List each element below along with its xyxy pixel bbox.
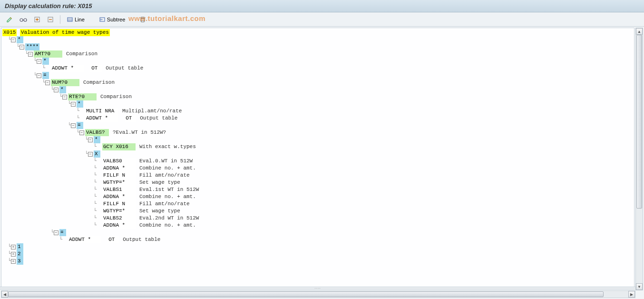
tree-connector: └ [2,79,45,86]
tree-row[interactable]: └−= [2,122,634,129]
tree-row[interactable]: └ADDNA * Combine no. + amt. [2,193,634,200]
scroll-left-button[interactable]: ◀ [1,291,8,298]
tree-row[interactable]: └WGTYP=* Set wage type [2,179,634,186]
tree-row[interactable]: └GCY X016With exact w.types [2,143,634,150]
expand-node-icon[interactable]: + [11,259,16,264]
tree-connector: └ [2,236,62,243]
print-button[interactable] [137,15,148,24]
collapse-node-icon[interactable]: − [71,123,76,128]
root-desc: Valuation of time wage types [20,29,110,36]
tree-row[interactable]: └ADDNA * Combine no. + amt. [2,165,634,172]
tree-row[interactable]: └MULTI NRAMultipl.amt/no/rate [2,108,634,115]
vertical-scrollbar[interactable]: ▲ ▼ [635,28,643,290]
tree-row[interactable]: └ADDWT * OTOutput table [2,65,634,72]
tree-row[interactable]: └−X [2,150,634,158]
tree-row[interactable]: └−* [2,136,634,143]
node-code: ADDWT * [68,236,101,243]
subtree-label: Subtree [107,17,126,22]
node-code: * [94,136,100,143]
node-desc: With exact w.types [136,143,196,150]
node-code: FILLF N [102,200,136,208]
tree-row[interactable]: └−= [2,72,634,79]
tree-connector: └ [2,100,71,108]
horizontal-scrollbar[interactable]: ◀ ▶ [1,290,635,298]
collapse-node-icon[interactable]: − [88,152,93,157]
collapse-node-icon[interactable]: − [11,38,16,42]
tree-row[interactable]: └FILLF N Fill amt/no/rate [2,200,634,208]
node-code: **** [25,43,39,50]
collapse-node-icon[interactable]: − [71,102,76,107]
collapse-node-icon[interactable]: − [54,88,59,92]
splitter-grip-icon: ···· [315,286,321,290]
expand-button[interactable] [31,15,43,24]
scroll-right-button[interactable]: ▶ [628,291,635,298]
collapse-node-icon[interactable]: − [62,95,67,100]
tree-row[interactable]: └ADDNA * Combine no. + amt. [2,222,634,229]
tree-row[interactable]: └ADDWT * OTOutput table [2,236,634,243]
tree-connector: └ [2,36,11,43]
tree-row[interactable]: └VALBS2 Eval.2nd WT in 512W [2,215,634,222]
collapse-node-icon[interactable]: − [45,80,50,85]
collapse-node-icon[interactable]: − [37,73,41,78]
tree-row[interactable]: └−* [2,100,634,108]
tree-connector: └ [2,215,97,222]
scroll-thumb-v[interactable] [636,35,642,209]
node-col2: OT [90,65,102,72]
collapse-icon [47,16,54,23]
scroll-up-button[interactable]: ▲ [636,28,643,35]
tree-row[interactable]: └FILLF N Fill amt/no/rate [2,172,634,179]
node-desc: Output table [119,236,160,243]
glasses-button[interactable] [17,15,29,24]
expand-node-icon[interactable]: + [11,245,16,249]
tree-row[interactable]: └+2 [2,250,634,258]
tree-row[interactable]: └−VALBS??Eval.WT in 512W? [2,129,634,136]
collapse-node-icon[interactable]: − [20,45,24,50]
subtree-button[interactable]: Subtree [97,15,128,24]
glasses-icon [20,17,27,22]
collapse-node-icon[interactable]: − [54,230,59,235]
page-title: Display calculation rule: X015 [5,2,92,10]
node-code: ADDWT * [85,115,118,122]
node-code: NUM?0 [51,79,79,86]
tree-row[interactable]: └WGTYP=* Set wage type [2,208,634,215]
collapse-node-icon[interactable]: − [88,138,93,142]
tree-row[interactable]: └−* [2,36,634,43]
subtree-icon [99,16,106,23]
collapse-button[interactable] [45,15,56,24]
node-desc: Output table [102,65,143,72]
tree-row[interactable]: └VALBS1 Eval.1st WT in 512W [2,186,634,193]
edit-button[interactable] [4,15,15,24]
node-code: ADDNA * [102,165,136,172]
tree-row[interactable]: └VALBS0 Eval.0.WT in 512W [2,158,634,165]
tree-connector: └ [2,258,11,265]
node-code: VALBS1 [102,186,136,193]
tree-row[interactable]: └−**** [2,43,634,50]
horizontal-splitter[interactable]: ···· [0,287,635,289]
node-desc: Comparison [62,50,98,58]
node-col2: OT [125,115,136,122]
collapse-node-icon[interactable]: − [79,130,84,135]
tree-row[interactable]: └ADDWT * OTOutput table [2,115,634,122]
tree-row[interactable]: └−* [2,58,634,65]
scroll-thumb-h[interactable] [8,291,604,297]
tree-connector: └ [2,129,79,136]
tree-connector: └ [2,122,71,129]
tree-row[interactable]: └+3 [2,258,634,265]
tree-row[interactable]: └−RTE?0Comparison [2,93,634,100]
node-desc: Multipl.amt/no/rate [118,108,182,115]
tree-connector: └ [2,136,88,143]
tree-row[interactable]: └−AMT?0Comparison [2,50,634,58]
expand-icon [34,16,40,23]
tree-row[interactable]: └−= [2,229,634,236]
scroll-down-button[interactable]: ▼ [636,283,643,290]
tree-row[interactable]: └+1 [2,243,634,250]
tree-connector: └ [2,143,97,150]
collapse-node-icon[interactable]: − [37,59,41,64]
collapse-node-icon[interactable]: − [28,52,33,57]
expand-node-icon[interactable]: + [11,252,16,257]
tree-root[interactable]: X015 Valuation of time wage types [2,29,634,36]
line-button[interactable]: Line [64,15,87,24]
tree-row[interactable]: └−* [2,86,634,93]
node-desc: ?Eval.WT in 512W? [109,129,166,136]
tree-row[interactable]: └−NUM?0Comparison [2,79,634,86]
